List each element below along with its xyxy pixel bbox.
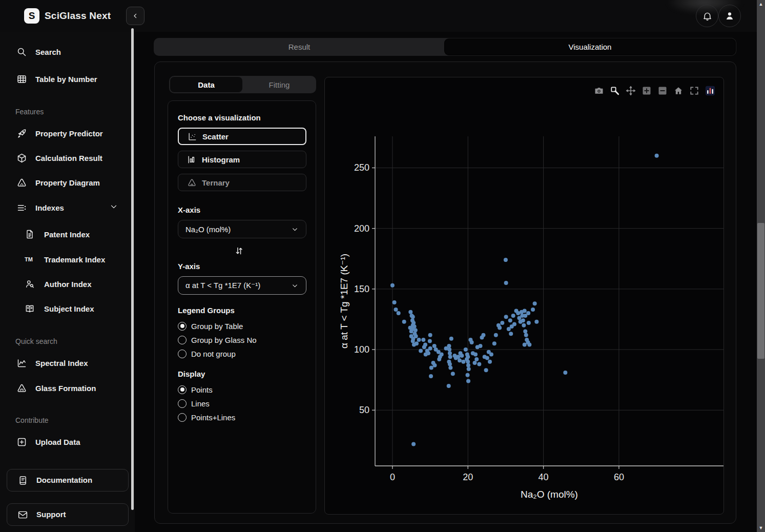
scatter-point <box>466 360 470 364</box>
sidebar-item-author-index[interactable]: Author Index <box>0 273 129 295</box>
plotly-modebar <box>593 85 716 97</box>
scatter-point <box>523 330 527 334</box>
scatter-mini-icon <box>188 132 197 141</box>
sidebar-item-label: Patent Index <box>44 230 90 239</box>
svg-text:TM: TM <box>25 256 33 262</box>
sidebar-item-label: Trademark Index <box>44 255 105 264</box>
scatter-point <box>523 343 527 347</box>
sidebar-item-glass-formation[interactable]: Glass Formation <box>0 377 129 399</box>
camera-snapshot-button[interactable] <box>593 85 605 97</box>
radio-group-by-table[interactable]: Group by Table <box>178 320 243 332</box>
sidebar-collapse-button[interactable] <box>126 7 144 25</box>
sidebar-item-trademark-index[interactable]: TM Trademark Index <box>0 248 129 271</box>
y-tick-label: 100 <box>354 344 369 355</box>
scatter-point <box>448 362 452 366</box>
scatter-point <box>466 373 470 377</box>
page-scrollbar-thumb[interactable] <box>757 223 764 359</box>
scatter-point <box>408 310 412 314</box>
tab-result[interactable]: Result <box>154 38 445 56</box>
scatter-point <box>498 326 502 330</box>
scatter-button[interactable]: Scatter <box>178 128 306 145</box>
support-button[interactable]: Support <box>7 503 129 526</box>
scatter-point <box>432 363 437 367</box>
radio-do-not-group[interactable]: Do not group <box>178 348 236 359</box>
sidebar-item-property-predictor[interactable]: Property Predictor <box>0 122 129 145</box>
tab-visualization[interactable]: Visualization <box>445 39 735 55</box>
sidebar-section-contribute: Contribute <box>15 416 49 424</box>
zoom-mode-button[interactable] <box>609 85 621 97</box>
sidebar-item-subject-index[interactable]: Subject Index <box>0 297 129 320</box>
scatter-point <box>481 333 485 337</box>
plotly-logo-button[interactable] <box>704 85 716 97</box>
scatter-point <box>412 324 417 329</box>
sidebar-item-table-by-number[interactable]: Table by Number <box>0 68 129 90</box>
swap-axes-button[interactable] <box>234 245 244 258</box>
scatter-plot[interactable]: 020406050100150200250Na₂O (mol%)α at T <… <box>325 77 725 515</box>
pan-mode-button[interactable] <box>625 85 637 97</box>
scatter-point <box>524 333 528 337</box>
camera-icon <box>594 86 604 96</box>
histogram-mini-icon <box>187 155 197 165</box>
app-title: SciGlass Next <box>45 10 111 22</box>
sidebar-item-upload-data[interactable]: Upload Data <box>0 431 129 453</box>
ternary-button[interactable]: Ternary <box>178 174 306 191</box>
scatter-point <box>526 311 530 315</box>
radio-points-lines[interactable]: Points+Lines <box>178 412 235 423</box>
radio-lines[interactable]: Lines <box>178 398 210 409</box>
x-axis-value: Na₂O (mol%) <box>185 225 291 234</box>
plot-drag-area[interactable] <box>375 136 723 466</box>
user-menu-button[interactable] <box>718 5 741 27</box>
sidebar-item-spectral-index[interactable]: Spectral Index <box>0 352 129 374</box>
scatter-point <box>479 344 483 348</box>
scatter-point <box>511 314 515 318</box>
plus-square-icon <box>642 86 652 96</box>
histogram-button[interactable]: Histogram <box>178 151 306 168</box>
scatter-point <box>563 371 567 375</box>
notifications-button[interactable] <box>696 5 718 27</box>
person-search-icon <box>24 278 35 290</box>
scatter-point <box>461 360 465 364</box>
radio-group-by-glass-no[interactable]: Group by Glass No <box>178 334 257 345</box>
scatter-point <box>508 318 512 322</box>
sidebar-scrollbar-thumb[interactable] <box>131 28 134 510</box>
sidebar-item-calculation-result[interactable]: Calculation Result <box>0 147 129 169</box>
sidebar-item-label: Spectral Index <box>35 359 88 367</box>
main-content: Result Visualization Data Fitting Choose… <box>135 32 757 532</box>
sidebar-item-indexes[interactable]: Indexes <box>0 196 129 219</box>
file-text-icon <box>24 229 35 240</box>
x-axis-dropdown[interactable]: Na₂O (mol%) <box>178 220 306 238</box>
sidebar: Search Table by Number Features Property… <box>0 32 135 532</box>
scroll-down-arrow[interactable]: ▼ <box>758 526 763 530</box>
scatter-point <box>449 337 453 341</box>
radio-icon <box>178 399 187 408</box>
scroll-up-arrow[interactable]: ▲ <box>758 2 763 6</box>
top-bar: S SciGlass Next <box>0 0 765 32</box>
scatter-point <box>533 301 537 305</box>
fullscreen-button[interactable] <box>688 85 700 97</box>
y-axis-value: α at T < Tg *1E7 (K⁻¹) <box>185 281 291 290</box>
reset-axes-button[interactable] <box>672 85 685 97</box>
toggle-fitting[interactable]: Fitting <box>242 76 316 93</box>
radio-label: Group by Glass No <box>191 336 257 344</box>
radio-icon <box>178 413 187 422</box>
zoom-out-button[interactable] <box>656 85 669 97</box>
y-axis-dropdown[interactable]: α at T < Tg *1E7 (K⁻¹) <box>178 276 306 295</box>
scatter-point <box>428 333 432 337</box>
zoom-in-button[interactable] <box>640 85 653 97</box>
scatter-point <box>448 351 452 355</box>
sidebar-item-property-diagram[interactable]: Property Diagram <box>0 171 129 194</box>
documentation-button[interactable]: Documentation <box>7 469 129 492</box>
toggle-data[interactable]: Data <box>170 77 242 92</box>
page-scrollbar[interactable]: ▲ ▼ <box>757 0 765 532</box>
sidebar-item-patent-index[interactable]: Patent Index <box>0 223 129 245</box>
scatter-point <box>411 321 416 325</box>
radio-points[interactable]: Points <box>178 384 213 395</box>
scatter-point <box>411 442 416 446</box>
scatter-point <box>460 354 464 358</box>
sidebar-item-search[interactable]: Search <box>0 40 129 63</box>
zoom-box-icon <box>610 86 620 96</box>
scatter-point <box>470 340 474 344</box>
sidebar-section-quick-search: Quick search <box>15 337 57 345</box>
sidebar-item-label: Search <box>35 48 61 56</box>
scatter-point <box>512 322 516 326</box>
